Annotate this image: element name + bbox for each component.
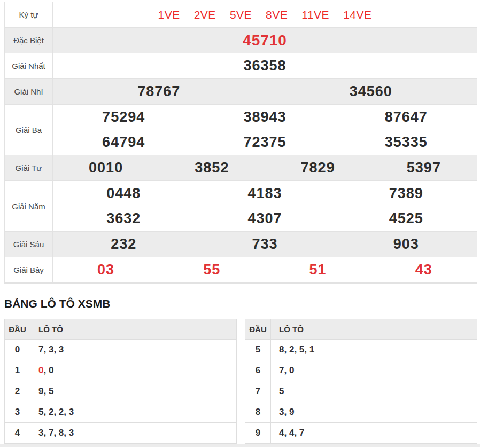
prize-line: 1VE2VE5VE8VE11VE14VE — [53, 2, 477, 27]
result-row-giai-nam: Giải Năm044841837389363243074525 — [5, 181, 477, 232]
loto-digit: 0 — [289, 365, 294, 376]
loto-digit: 8 — [59, 428, 64, 438]
loto-values: 5 — [271, 381, 477, 402]
prize-label: Ký tự — [5, 2, 53, 27]
loto-header-row: ĐẦULÔ TÔ — [5, 319, 236, 339]
loto-values: 8, 2, 5, 1 — [271, 340, 477, 360]
dau-value: 8 — [245, 402, 271, 422]
prize-number: 43 — [371, 262, 477, 278]
column-header-dau: ĐẦU — [5, 319, 30, 339]
prize-number: 4183 — [194, 185, 335, 202]
prize-number: 7389 — [336, 185, 477, 202]
prize-label: Giải Ba — [5, 105, 53, 155]
loto-digit: 4 — [289, 428, 294, 438]
prize-number: 3632 — [53, 210, 194, 227]
dau-value: 7 — [245, 381, 271, 402]
prize-number: 5VE — [230, 9, 252, 21]
result-row-giai-sau: Giải Sáu232733903 — [5, 232, 477, 257]
loto-digit: 7 — [299, 428, 304, 438]
loto-digit: 3 — [38, 428, 43, 438]
result-row-ky-tu: Ký tự1VE2VE5VE8VE11VE14VE — [5, 2, 477, 28]
prize-number: 4307 — [194, 210, 335, 227]
prize-number: 903 — [336, 236, 477, 253]
prize-number: 7829 — [265, 160, 371, 176]
prize-number: 34560 — [265, 83, 477, 100]
lottery-results-page: Ký tự1VE2VE5VE8VE11VE14VEĐặc Biệt45710Gi… — [0, 0, 480, 444]
prize-number: 38943 — [194, 109, 335, 125]
dau-value: 6 — [245, 360, 271, 381]
loto-digit: 7 — [38, 344, 43, 355]
loto-digit: 3 — [49, 344, 53, 355]
prize-values: 7876734560 — [53, 79, 477, 104]
loto-row: 43, 7, 8, 3 — [5, 422, 236, 443]
loto-row: 58, 2, 5, 1 — [245, 339, 477, 360]
result-row-giai-nhi: Giải Nhì7876734560 — [5, 79, 477, 105]
loto-digit: 4 — [279, 428, 284, 438]
prize-values: 36358 — [53, 53, 477, 78]
prize-number: 232 — [53, 236, 194, 253]
result-row-giai-tu: Giải Tư0010385278295397 — [5, 155, 477, 181]
loto-values: 9, 5 — [30, 381, 236, 402]
dau-value: 0 — [5, 340, 30, 360]
loto-row: 67, 0 — [245, 360, 477, 381]
loto-digit: 9 — [38, 386, 43, 397]
prize-number: 2VE — [194, 9, 216, 21]
loto-table-0-4: ĐẦULÔ TÔ07, 3, 310, 029, 535, 2, 2, 343,… — [4, 319, 237, 444]
loto-digit: 3 — [59, 344, 64, 355]
prize-number: 14VE — [343, 9, 371, 21]
dau-value: 5 — [245, 340, 271, 360]
prize-values: 752943894387647647947237535335 — [53, 105, 477, 155]
prize-line: 03555143 — [53, 257, 477, 282]
prize-values: 0010385278295397 — [53, 155, 477, 180]
prize-number: 45710 — [53, 32, 477, 49]
loto-row: 83, 9 — [245, 402, 477, 422]
prize-values: 044841837389363243074525 — [53, 181, 477, 231]
loto-digit: 7 — [49, 428, 53, 438]
prize-values: 03555143 — [53, 257, 477, 282]
prize-number: 87647 — [336, 109, 477, 125]
prize-line: 45710 — [53, 28, 477, 53]
loto-row: 07, 3, 3 — [5, 339, 236, 360]
prize-values: 45710 — [53, 28, 477, 53]
loto-values: 3, 9 — [271, 402, 477, 422]
loto-digit: 3 — [69, 428, 74, 438]
loto-tables: ĐẦULÔ TÔ07, 3, 310, 029, 535, 2, 2, 343,… — [4, 319, 477, 444]
prize-line: 752943894387647 — [53, 105, 477, 130]
result-row-dac-biet: Đặc Biệt45710 — [5, 28, 477, 53]
prize-number: 51 — [265, 262, 371, 278]
loto-section-heading: BẢNG LÔ TÔ XSMB — [4, 297, 477, 310]
prize-number: 0448 — [53, 185, 194, 202]
prize-number: 03 — [53, 262, 159, 278]
prize-values: 232733903 — [53, 232, 477, 257]
prize-number: 11VE — [301, 9, 329, 21]
prize-number: 35335 — [336, 134, 477, 151]
prize-number: 8VE — [266, 9, 288, 21]
prize-number: 75294 — [53, 109, 194, 125]
loto-digit: 2 — [49, 407, 53, 418]
prize-number: 1VE — [158, 9, 180, 21]
prize-number: 36358 — [53, 58, 477, 74]
loto-table-5-9: ĐẦULÔ TÔ58, 2, 5, 167, 07583, 994, 4, 7 — [245, 319, 477, 444]
loto-digit: 2 — [289, 344, 294, 355]
loto-values: 4, 4, 7 — [271, 423, 477, 443]
loto-values: 5, 2, 2, 3 — [30, 402, 236, 422]
prize-line: 044841837389 — [53, 181, 477, 206]
loto-values: 7, 0 — [271, 360, 477, 381]
loto-digit: 3 — [279, 407, 284, 418]
prize-number: 733 — [194, 236, 335, 253]
prize-label: Đặc Biệt — [5, 28, 53, 53]
prize-line: 363243074525 — [53, 206, 477, 231]
prize-label: Giải Năm — [5, 181, 53, 231]
loto-header-row: ĐẦULÔ TÔ — [245, 319, 477, 339]
prize-line: 36358 — [53, 53, 477, 78]
prize-number: 78767 — [53, 83, 265, 100]
result-row-giai-bay: Giải Bảy03555143 — [5, 257, 477, 283]
loto-digit: 5 — [38, 407, 43, 418]
prize-line: 232733903 — [53, 232, 477, 257]
loto-digit: 7 — [279, 365, 284, 376]
loto-digit: 8 — [279, 344, 284, 355]
loto-row: 35, 2, 2, 3 — [5, 402, 236, 422]
loto-digit: 2 — [59, 407, 64, 418]
prize-number: 64794 — [53, 134, 194, 151]
prize-number: 0010 — [53, 160, 159, 176]
